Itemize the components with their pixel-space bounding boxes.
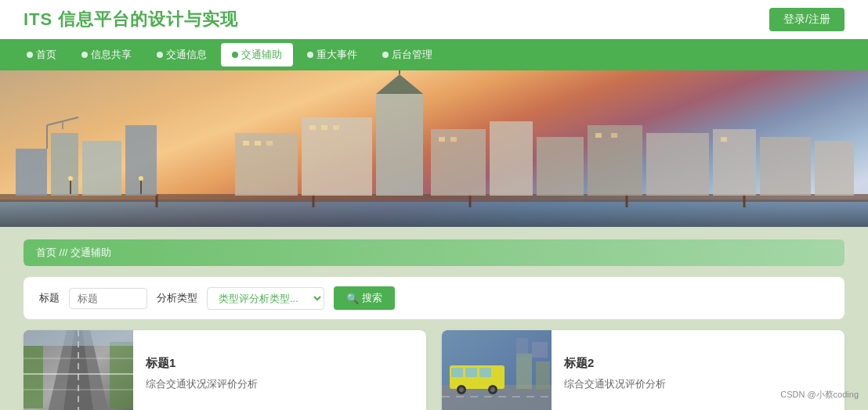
svg-rect-0 xyxy=(0,200,868,227)
svg-point-14 xyxy=(139,176,143,181)
svg-rect-7 xyxy=(16,149,47,196)
watermark: CSDN @小蔡coding xyxy=(780,389,859,401)
svg-rect-34 xyxy=(439,137,445,142)
cards-area: 标题1 综合交通状况深评价分析 xyxy=(24,330,844,410)
svg-rect-38 xyxy=(721,137,727,142)
road-lines-1 xyxy=(24,373,133,375)
svg-rect-37 xyxy=(611,133,617,138)
hero-city-svg xyxy=(0,70,868,227)
nav-label-traffic-assist: 交通辅助 xyxy=(241,48,282,62)
svg-rect-61 xyxy=(536,361,550,389)
filter-type-label: 分析类型 xyxy=(157,291,197,305)
svg-rect-20 xyxy=(243,141,249,146)
nav-dot-backend xyxy=(382,52,389,58)
search-button[interactable]: 🔍 搜索 xyxy=(334,286,395,310)
nav-label-home: 首页 xyxy=(36,48,56,62)
svg-rect-22 xyxy=(266,141,273,146)
hero-banner xyxy=(0,70,868,227)
svg-rect-62 xyxy=(516,338,528,358)
filter-title-label: 标题 xyxy=(39,291,60,305)
card-1-thumb-road xyxy=(24,330,133,410)
nav-item-home[interactable]: 首页 xyxy=(16,43,67,67)
svg-rect-55 xyxy=(479,368,491,377)
svg-marker-16 xyxy=(376,74,423,94)
svg-rect-31 xyxy=(713,129,756,196)
svg-rect-48 xyxy=(24,330,133,346)
svg-rect-47 xyxy=(110,342,133,408)
nav-item-traffic-assist[interactable]: 交通辅助 xyxy=(221,43,293,67)
nav-label-backend: 后台管理 xyxy=(392,48,432,62)
svg-rect-33 xyxy=(815,141,854,196)
svg-rect-21 xyxy=(255,141,261,146)
svg-rect-30 xyxy=(646,133,709,196)
search-icon: 🔍 xyxy=(346,293,359,304)
nav-bar: 首页 信息共享 交通信息 交通辅助 重大事件 后台管理 xyxy=(0,39,868,70)
svg-rect-23 xyxy=(309,125,316,130)
nav-label-major-event: 重大事件 xyxy=(316,48,357,62)
card-2-desc: 综合交通状况评价分析 xyxy=(564,377,666,391)
filter-bar: 标题 分析类型 类型评分析类型... 🔍 搜索 xyxy=(24,277,844,319)
card-2-info: 标题2 综合交通状况评价分析 xyxy=(552,330,678,410)
nav-item-backend[interactable]: 后台管理 xyxy=(371,43,443,67)
nav-label-traffic-info: 交通信息 xyxy=(166,48,207,62)
nav-label-info-share: 信息共享 xyxy=(91,48,132,62)
top-header: ITS 信息平台的设计与实现 登录/注册 xyxy=(0,0,868,39)
breadcrumb-text: 首页 /// 交通辅助 xyxy=(36,246,111,260)
bus-svg-2 xyxy=(442,330,552,410)
svg-rect-24 xyxy=(321,125,327,130)
hero-background xyxy=(0,70,868,227)
svg-point-59 xyxy=(490,387,495,392)
site-title: ITS 信息平台的设计与实现 xyxy=(24,8,238,31)
filter-type-select[interactable]: 类型评分析类型... xyxy=(207,287,324,310)
card-2-thumb xyxy=(442,330,552,410)
nav-dot-major-event xyxy=(307,52,313,58)
nav-dot-traffic-info xyxy=(157,52,163,58)
nav-dot-home xyxy=(27,52,33,58)
main-content: 首页 /// 交通辅助 标题 分析类型 类型评分析类型... 🔍 搜索 xyxy=(0,227,868,410)
svg-rect-60 xyxy=(516,354,532,389)
svg-rect-28 xyxy=(537,137,584,196)
card-1-info: 标题1 综合交通状况深评价分析 xyxy=(133,330,270,410)
nav-item-traffic-info[interactable]: 交通信息 xyxy=(146,43,218,67)
svg-rect-53 xyxy=(451,368,463,377)
svg-rect-36 xyxy=(595,133,602,138)
svg-point-57 xyxy=(459,387,464,392)
card-2-thumb-bus xyxy=(442,330,552,410)
watermark-text: CSDN @小蔡coding xyxy=(780,390,859,399)
svg-rect-46 xyxy=(24,346,43,408)
nav-item-major-event[interactable]: 重大事件 xyxy=(296,43,368,67)
svg-rect-15 xyxy=(376,94,423,196)
svg-rect-25 xyxy=(333,125,339,130)
breadcrumb-bar: 首页 /// 交通辅助 xyxy=(24,239,844,266)
svg-rect-9 xyxy=(82,141,121,196)
nav-dot-info-share xyxy=(81,52,88,58)
nav-item-info-share[interactable]: 信息共享 xyxy=(71,43,143,67)
road-svg-1 xyxy=(24,330,133,410)
svg-rect-35 xyxy=(450,137,457,142)
card-1[interactable]: 标题1 综合交通状况深评价分析 xyxy=(24,330,426,410)
card-1-title: 标题1 xyxy=(146,356,258,371)
login-button[interactable]: 登录/注册 xyxy=(769,8,844,31)
svg-rect-54 xyxy=(465,368,477,377)
nav-dot-traffic-assist xyxy=(232,52,238,58)
svg-rect-8 xyxy=(51,133,78,196)
svg-rect-32 xyxy=(760,137,811,196)
card-1-desc: 综合交通状况深评价分析 xyxy=(146,377,258,391)
svg-rect-27 xyxy=(490,121,533,196)
svg-rect-63 xyxy=(532,342,548,358)
card-2-title: 标题2 xyxy=(564,356,666,371)
svg-point-12 xyxy=(68,176,73,181)
filter-title-input[interactable] xyxy=(69,288,147,309)
card-1-thumb xyxy=(24,330,133,410)
search-label: 搜索 xyxy=(362,291,382,305)
